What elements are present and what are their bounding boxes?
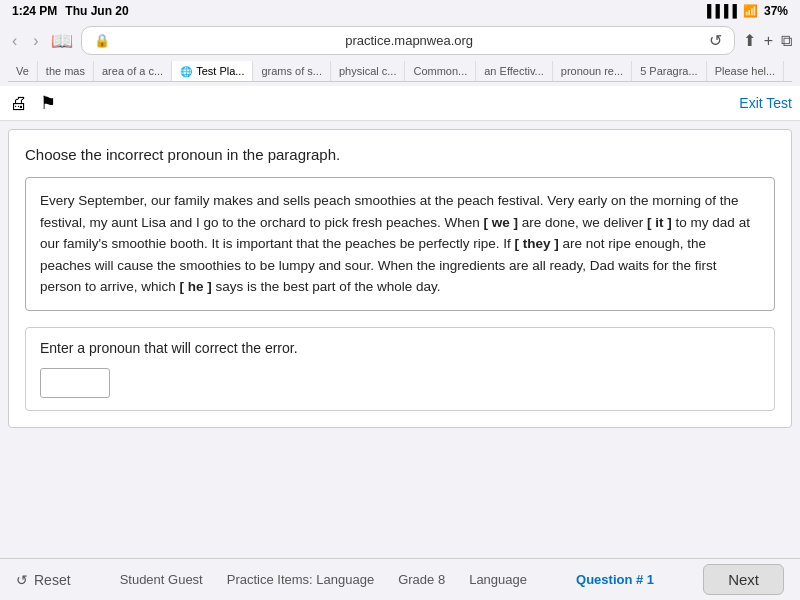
pronoun-it: [ it ] <box>647 215 672 230</box>
input-section: Enter a pronoun that will correct the er… <box>25 327 775 411</box>
wifi-icon: 📶 <box>743 4 758 18</box>
pronoun-they: [ they ] <box>515 236 559 251</box>
forward-button[interactable]: › <box>29 30 42 52</box>
tab-common[interactable]: Common... <box>405 61 476 81</box>
tab-the-mas[interactable]: the mas <box>38 61 94 81</box>
tab-grams[interactable]: grams of s... <box>253 61 331 81</box>
reset-label: Reset <box>34 572 71 588</box>
grade-label: Grade 8 <box>398 572 445 587</box>
footer: ↺ Reset Student Guest Practice Items: La… <box>0 558 800 600</box>
pronoun-we: [ we ] <box>484 215 519 230</box>
tab-area[interactable]: area of a c... <box>94 61 172 81</box>
footer-info: Student Guest Practice Items: Language G… <box>120 572 527 587</box>
back-button[interactable]: ‹ <box>8 30 21 52</box>
address-bar[interactable]: 🔒 practice.mapnwea.org ↺ <box>81 26 735 55</box>
pronoun-he: [ he ] <box>180 279 212 294</box>
tab-effective[interactable]: an Effectiv... <box>476 61 553 81</box>
tab-favicon: 🌐 <box>180 66 192 77</box>
student-name: Student Guest <box>120 572 203 587</box>
new-tab-button[interactable]: + <box>764 32 773 50</box>
toolbar: 🖨 ⚑ Exit Test <box>0 86 800 121</box>
reload-button[interactable]: ↺ <box>709 31 722 50</box>
battery-status: 37% <box>764 4 788 18</box>
tab-test-pla[interactable]: 🌐 Test Pla... <box>172 61 253 81</box>
tab-pronoun[interactable]: pronoun re... <box>553 61 632 81</box>
bookmarks-button[interactable]: 📖 <box>51 30 73 52</box>
signal-icon: ▐▐▐▐ <box>703 4 737 18</box>
tabs-row: Ve the mas area of a c... 🌐 Test Pla... … <box>8 61 792 82</box>
tab-active-label: Test Pla... <box>196 65 244 77</box>
share-button[interactable]: ⬆ <box>743 31 756 50</box>
input-label: Enter a pronoun that will correct the er… <box>40 340 760 356</box>
status-day: Thu Jun 20 <box>65 4 128 18</box>
exit-test-button[interactable]: Exit Test <box>739 95 792 111</box>
passage-text: Every September, our family makes and se… <box>40 193 750 294</box>
reset-button[interactable]: ↺ Reset <box>16 572 71 588</box>
next-button[interactable]: Next <box>703 564 784 595</box>
status-bar: 1:24 PM Thu Jun 20 ▐▐▐▐ 📶 37% <box>0 0 800 22</box>
tab-ve[interactable]: Ve <box>8 61 38 81</box>
browser-chrome: ‹ › 📖 🔒 practice.mapnwea.org ↺ ⬆ + ⧉ Ve … <box>0 22 800 86</box>
question-prompt: Choose the incorrect pronoun in the para… <box>25 146 775 163</box>
flag-icon[interactable]: ⚑ <box>38 90 58 116</box>
practice-label: Practice Items: Language <box>227 572 374 587</box>
language-label: Language <box>469 572 527 587</box>
tabs-button[interactable]: ⧉ <box>781 32 792 50</box>
reset-icon: ↺ <box>16 572 28 588</box>
tab-physical[interactable]: physical c... <box>331 61 405 81</box>
print-icon[interactable]: 🖨 <box>8 91 30 116</box>
tab-please[interactable]: Please hel... <box>707 61 785 81</box>
answer-input[interactable] <box>40 368 110 398</box>
nav-bar: ‹ › 📖 🔒 practice.mapnwea.org ↺ ⬆ + ⧉ <box>8 26 792 55</box>
url-text: practice.mapnwea.org <box>116 33 703 48</box>
tab-5para[interactable]: 5 Paragra... <box>632 61 706 81</box>
passage-box: Every September, our family makes and se… <box>25 177 775 311</box>
question-number: Question # 1 <box>576 572 654 587</box>
status-time: 1:24 PM <box>12 4 57 18</box>
lock-icon: 🔒 <box>94 33 110 48</box>
main-content: Choose the incorrect pronoun in the para… <box>8 129 792 428</box>
